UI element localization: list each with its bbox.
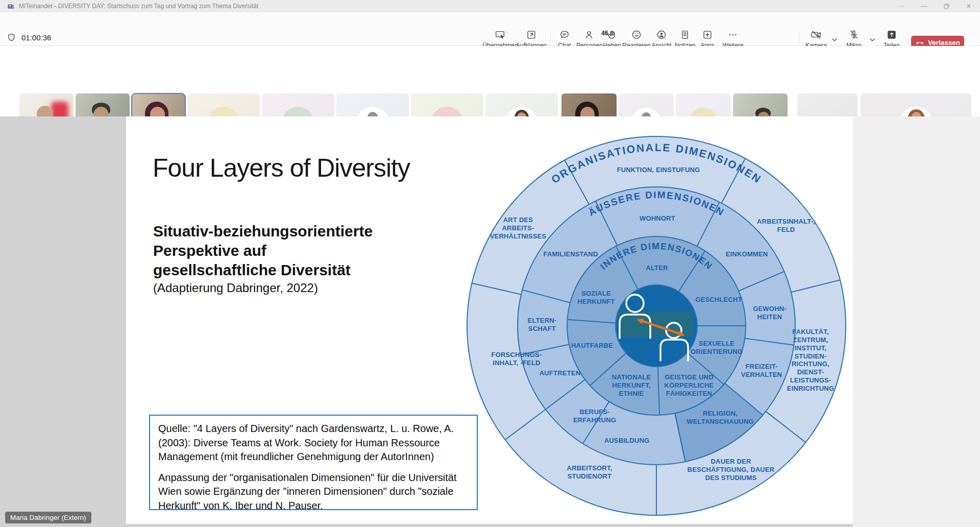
timer-value: 01:00:36 xyxy=(21,33,51,42)
diagram-label: GEWOHN- HEITEN xyxy=(753,305,787,321)
window-title: MITeinander - DIVERSITY DAY: Startschuss… xyxy=(19,3,258,10)
diagram-label: FAMILIENSTAND xyxy=(543,250,598,258)
popout-icon xyxy=(526,29,537,40)
shield-icon xyxy=(7,33,16,42)
meeting-timer: 01:00:36 xyxy=(7,33,51,42)
window-more-icon[interactable]: ⋯ xyxy=(890,0,913,12)
diagram-label: HAUTFARBE xyxy=(571,342,613,350)
restore-icon[interactable] xyxy=(935,0,958,12)
diagram-label: BERUFS- ERFAHRUNG xyxy=(573,408,616,424)
diagram-label: GEISTIGE UND KÖRPERLICHE FÄHIGKEITEN xyxy=(665,373,714,398)
diagram-label: ALTER xyxy=(646,264,668,272)
camera-dropdown-chevron-icon[interactable] xyxy=(831,35,838,39)
raise-hand-icon xyxy=(606,29,618,40)
diagram-label: ELTERN- SCHAFT xyxy=(528,317,557,333)
diagram-rings: ORGANISATIONALE DIMENSIONEN ÄUSSERE DIME… xyxy=(462,132,850,520)
diagram-label: DAUER DER BESCHÄFTIGUNG, DAUER DES STUDI… xyxy=(688,458,775,482)
people-icon xyxy=(584,29,595,40)
diagram-label: ART DES ARBEITS- VERHÄLTNISSES xyxy=(490,216,547,241)
stage-background xyxy=(0,524,853,527)
meeting-toolbar: 01:00:36 Übernehmen Aufklappen Chat 46 P… xyxy=(0,12,980,46)
close-icon[interactable]: ✕ xyxy=(958,0,980,12)
diagram-label: RELIGION, WELTANSCHAUUNG xyxy=(687,410,754,426)
teams-meeting-window: T MITeinander - DIVERSITY DAY: Startschu… xyxy=(0,0,980,527)
teams-logo-icon: T xyxy=(7,3,15,10)
diagram-label: WOHNORT xyxy=(640,214,675,223)
camera-off-icon xyxy=(811,29,822,40)
diagram-label: SEXUELLE ORIENTIERUNG xyxy=(691,340,743,356)
diagram-label: FAKULTÄT, ZENTRUM, INSTITUT, STUDIEN- RI… xyxy=(787,328,834,393)
mic-dropdown-chevron-icon[interactable] xyxy=(869,35,875,39)
slide-attribution: (Adaptierung Dabringer, 2022) xyxy=(153,281,318,295)
minimize-icon[interactable]: — xyxy=(913,0,935,12)
source-paragraph: Quelle: "4 Layers of Diversity" nach Gar… xyxy=(158,422,469,464)
source-paragraph: Anpassung der "organisationalen Dimensio… xyxy=(158,471,469,513)
share-screen-icon xyxy=(886,29,897,40)
source-citation-box: Quelle: "4 Layers of Diversity" nach Gar… xyxy=(149,415,478,510)
chat-icon xyxy=(559,29,570,40)
slide-title: Four Layers of Diversity xyxy=(153,153,410,183)
diagram-label: EINKOMMEN xyxy=(726,250,768,258)
diagram-label: FUNKTION, EINSTUFUNG xyxy=(617,166,700,174)
diagram-label: SOZIALE HERKUNFT xyxy=(577,290,615,306)
diagram-label: ARBEITSORT, STUDIENORT xyxy=(567,464,612,481)
speaker-tooltip: Maria Dabringer (Extern) xyxy=(5,512,91,523)
slide-subtitle: Situativ-beziehungsorientierte Perspekti… xyxy=(153,222,373,279)
screen-share-icon xyxy=(495,29,506,40)
diagram-label: ARBEITSINHALT-, FELD xyxy=(757,218,815,234)
svg-text:T: T xyxy=(9,4,11,8)
shared-presentation-slide: Four Layers of Diversity Situativ-bezieh… xyxy=(126,116,853,524)
stage-background xyxy=(853,116,980,527)
view-icon xyxy=(656,29,667,40)
four-layers-diagram: ORGANISATIONALE DIMENSIONEN ÄUSSERE DIME… xyxy=(462,132,850,520)
apps-plus-icon xyxy=(702,29,713,40)
diagram-label: AUFTRETEN xyxy=(540,369,581,377)
mic-off-icon xyxy=(848,29,860,40)
diagram-label: GESCHLECHT xyxy=(695,296,742,304)
stage-background xyxy=(0,116,126,527)
leave-label: Verlassen xyxy=(928,39,960,46)
react-smiley-icon xyxy=(631,29,642,40)
diagram-label: NATIONALE HERKUNFT, ETHNIE xyxy=(612,373,651,398)
diagram-label: FREIZEIT- VERHALTEN xyxy=(741,363,782,379)
diagram-label: AUSBILDUNG xyxy=(604,437,650,445)
more-dots-icon xyxy=(727,29,739,40)
notes-icon xyxy=(679,29,691,40)
diagram-label: FORSCHUNGS- INHALT, -FELD xyxy=(492,351,542,367)
title-bar: T MITeinander - DIVERSITY DAY: Startschu… xyxy=(0,0,980,12)
participant-strip: Wlzek Heinz Jandrasits Mario Maria Dabri… xyxy=(0,46,980,116)
